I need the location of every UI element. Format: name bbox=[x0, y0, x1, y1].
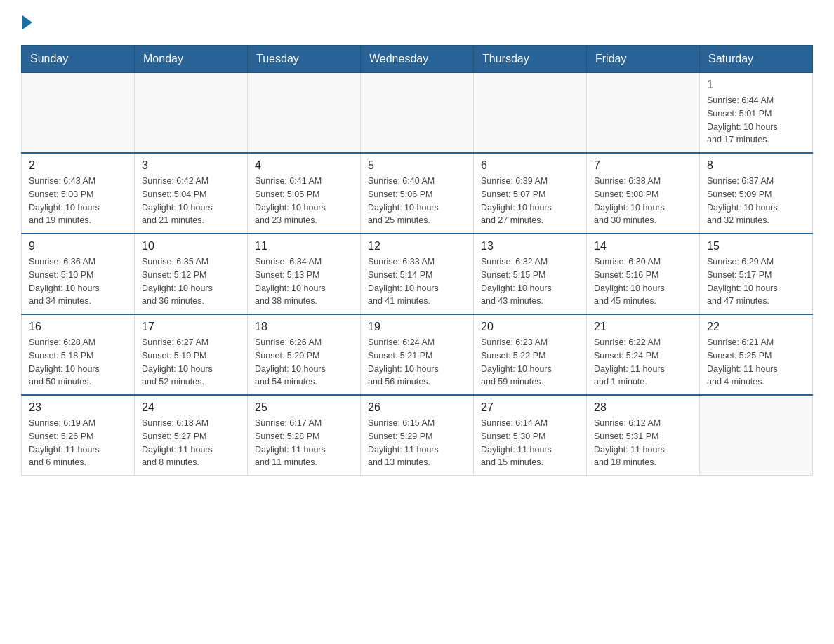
calendar-cell: 25Sunrise: 6:17 AM Sunset: 5:28 PM Dayli… bbox=[248, 395, 361, 476]
calendar-week-row-3: 9Sunrise: 6:36 AM Sunset: 5:10 PM Daylig… bbox=[22, 234, 813, 314]
day-info: Sunrise: 6:28 AM Sunset: 5:18 PM Dayligh… bbox=[29, 336, 127, 389]
day-info: Sunrise: 6:18 AM Sunset: 5:27 PM Dayligh… bbox=[142, 417, 240, 469]
day-number: 21 bbox=[594, 321, 692, 333]
calendar-cell: 9Sunrise: 6:36 AM Sunset: 5:10 PM Daylig… bbox=[22, 234, 135, 314]
page-header bbox=[21, 14, 813, 31]
day-number: 14 bbox=[594, 240, 692, 253]
calendar-cell: 13Sunrise: 6:32 AM Sunset: 5:15 PM Dayli… bbox=[474, 234, 587, 314]
calendar-cell: 4Sunrise: 6:41 AM Sunset: 5:05 PM Daylig… bbox=[248, 153, 361, 234]
calendar-cell: 7Sunrise: 6:38 AM Sunset: 5:08 PM Daylig… bbox=[587, 153, 700, 234]
calendar-cell: 21Sunrise: 6:22 AM Sunset: 5:24 PM Dayli… bbox=[587, 314, 700, 395]
col-header-friday: Friday bbox=[587, 46, 700, 73]
day-info: Sunrise: 6:36 AM Sunset: 5:10 PM Dayligh… bbox=[29, 255, 127, 308]
calendar-cell: 18Sunrise: 6:26 AM Sunset: 5:20 PM Dayli… bbox=[248, 314, 361, 395]
day-info: Sunrise: 6:24 AM Sunset: 5:21 PM Dayligh… bbox=[368, 336, 466, 389]
day-info: Sunrise: 6:43 AM Sunset: 5:03 PM Dayligh… bbox=[29, 175, 127, 227]
calendar-cell bbox=[248, 73, 361, 154]
calendar-week-row-5: 23Sunrise: 6:19 AM Sunset: 5:26 PM Dayli… bbox=[22, 395, 813, 476]
day-info: Sunrise: 6:33 AM Sunset: 5:14 PM Dayligh… bbox=[368, 255, 466, 308]
col-header-monday: Monday bbox=[135, 46, 248, 73]
day-number: 12 bbox=[368, 240, 466, 253]
day-info: Sunrise: 6:42 AM Sunset: 5:04 PM Dayligh… bbox=[142, 175, 240, 227]
calendar-cell: 3Sunrise: 6:42 AM Sunset: 5:04 PM Daylig… bbox=[135, 153, 248, 234]
calendar-cell bbox=[587, 73, 700, 154]
calendar-cell bbox=[361, 73, 474, 154]
calendar-cell: 26Sunrise: 6:15 AM Sunset: 5:29 PM Dayli… bbox=[361, 395, 474, 476]
day-number: 17 bbox=[142, 321, 240, 333]
day-info: Sunrise: 6:41 AM Sunset: 5:05 PM Dayligh… bbox=[255, 175, 353, 227]
day-info: Sunrise: 6:26 AM Sunset: 5:20 PM Dayligh… bbox=[255, 336, 353, 389]
day-number: 4 bbox=[255, 159, 353, 172]
day-number: 10 bbox=[142, 240, 240, 253]
day-number: 25 bbox=[255, 401, 353, 414]
col-header-tuesday: Tuesday bbox=[248, 46, 361, 73]
calendar-cell: 10Sunrise: 6:35 AM Sunset: 5:12 PM Dayli… bbox=[135, 234, 248, 314]
day-info: Sunrise: 6:35 AM Sunset: 5:12 PM Dayligh… bbox=[142, 255, 240, 308]
day-number: 2 bbox=[29, 159, 127, 172]
day-number: 18 bbox=[255, 321, 353, 333]
day-info: Sunrise: 6:37 AM Sunset: 5:09 PM Dayligh… bbox=[707, 175, 805, 227]
day-number: 13 bbox=[481, 240, 579, 253]
day-info: Sunrise: 6:27 AM Sunset: 5:19 PM Dayligh… bbox=[142, 336, 240, 389]
calendar-cell: 1Sunrise: 6:44 AM Sunset: 5:01 PM Daylig… bbox=[700, 73, 813, 154]
calendar-week-row-1: 1Sunrise: 6:44 AM Sunset: 5:01 PM Daylig… bbox=[22, 73, 813, 154]
calendar-cell: 2Sunrise: 6:43 AM Sunset: 5:03 PM Daylig… bbox=[22, 153, 135, 234]
logo bbox=[21, 14, 32, 31]
logo-arrow-icon bbox=[22, 15, 32, 29]
col-header-thursday: Thursday bbox=[474, 46, 587, 73]
day-number: 26 bbox=[368, 401, 466, 414]
day-number: 16 bbox=[29, 321, 127, 333]
calendar-header-row: Sunday Monday Tuesday Wednesday Thursday… bbox=[22, 46, 813, 73]
day-number: 28 bbox=[594, 401, 692, 414]
calendar-cell: 6Sunrise: 6:39 AM Sunset: 5:07 PM Daylig… bbox=[474, 153, 587, 234]
day-number: 6 bbox=[481, 159, 579, 172]
day-info: Sunrise: 6:22 AM Sunset: 5:24 PM Dayligh… bbox=[594, 336, 692, 389]
day-number: 9 bbox=[29, 240, 127, 253]
day-number: 19 bbox=[368, 321, 466, 333]
day-info: Sunrise: 6:40 AM Sunset: 5:06 PM Dayligh… bbox=[368, 175, 466, 227]
calendar-cell: 27Sunrise: 6:14 AM Sunset: 5:30 PM Dayli… bbox=[474, 395, 587, 476]
calendar-cell: 28Sunrise: 6:12 AM Sunset: 5:31 PM Dayli… bbox=[587, 395, 700, 476]
calendar-cell: 22Sunrise: 6:21 AM Sunset: 5:25 PM Dayli… bbox=[700, 314, 813, 395]
day-info: Sunrise: 6:23 AM Sunset: 5:22 PM Dayligh… bbox=[481, 336, 579, 389]
calendar-cell bbox=[700, 395, 813, 476]
col-header-saturday: Saturday bbox=[700, 46, 813, 73]
day-number: 8 bbox=[707, 159, 805, 172]
calendar-week-row-2: 2Sunrise: 6:43 AM Sunset: 5:03 PM Daylig… bbox=[22, 153, 813, 234]
calendar-cell: 19Sunrise: 6:24 AM Sunset: 5:21 PM Dayli… bbox=[361, 314, 474, 395]
day-number: 20 bbox=[481, 321, 579, 333]
day-number: 11 bbox=[255, 240, 353, 253]
day-info: Sunrise: 6:21 AM Sunset: 5:25 PM Dayligh… bbox=[707, 336, 805, 389]
day-info: Sunrise: 6:17 AM Sunset: 5:28 PM Dayligh… bbox=[255, 417, 353, 469]
day-info: Sunrise: 6:30 AM Sunset: 5:16 PM Dayligh… bbox=[594, 255, 692, 308]
day-info: Sunrise: 6:39 AM Sunset: 5:07 PM Dayligh… bbox=[481, 175, 579, 227]
day-number: 3 bbox=[142, 159, 240, 172]
day-number: 5 bbox=[368, 159, 466, 172]
calendar-cell: 16Sunrise: 6:28 AM Sunset: 5:18 PM Dayli… bbox=[22, 314, 135, 395]
day-number: 15 bbox=[707, 240, 805, 253]
day-number: 23 bbox=[29, 401, 127, 414]
calendar-cell bbox=[135, 73, 248, 154]
day-info: Sunrise: 6:29 AM Sunset: 5:17 PM Dayligh… bbox=[707, 255, 805, 308]
calendar-week-row-4: 16Sunrise: 6:28 AM Sunset: 5:18 PM Dayli… bbox=[22, 314, 813, 395]
calendar-cell bbox=[22, 73, 135, 154]
day-info: Sunrise: 6:14 AM Sunset: 5:30 PM Dayligh… bbox=[481, 417, 579, 469]
calendar-cell: 8Sunrise: 6:37 AM Sunset: 5:09 PM Daylig… bbox=[700, 153, 813, 234]
calendar-table: Sunday Monday Tuesday Wednesday Thursday… bbox=[21, 45, 813, 476]
day-info: Sunrise: 6:15 AM Sunset: 5:29 PM Dayligh… bbox=[368, 417, 466, 469]
day-number: 1 bbox=[707, 79, 805, 91]
day-number: 24 bbox=[142, 401, 240, 414]
day-number: 27 bbox=[481, 401, 579, 414]
calendar-cell: 24Sunrise: 6:18 AM Sunset: 5:27 PM Dayli… bbox=[135, 395, 248, 476]
calendar-cell: 11Sunrise: 6:34 AM Sunset: 5:13 PM Dayli… bbox=[248, 234, 361, 314]
day-number: 22 bbox=[707, 321, 805, 333]
calendar-cell: 17Sunrise: 6:27 AM Sunset: 5:19 PM Dayli… bbox=[135, 314, 248, 395]
day-info: Sunrise: 6:44 AM Sunset: 5:01 PM Dayligh… bbox=[707, 94, 805, 147]
day-info: Sunrise: 6:38 AM Sunset: 5:08 PM Dayligh… bbox=[594, 175, 692, 227]
day-info: Sunrise: 6:12 AM Sunset: 5:31 PM Dayligh… bbox=[594, 417, 692, 469]
day-info: Sunrise: 6:19 AM Sunset: 5:26 PM Dayligh… bbox=[29, 417, 127, 469]
calendar-cell: 15Sunrise: 6:29 AM Sunset: 5:17 PM Dayli… bbox=[700, 234, 813, 314]
col-header-wednesday: Wednesday bbox=[361, 46, 474, 73]
day-info: Sunrise: 6:34 AM Sunset: 5:13 PM Dayligh… bbox=[255, 255, 353, 308]
calendar-cell bbox=[474, 73, 587, 154]
